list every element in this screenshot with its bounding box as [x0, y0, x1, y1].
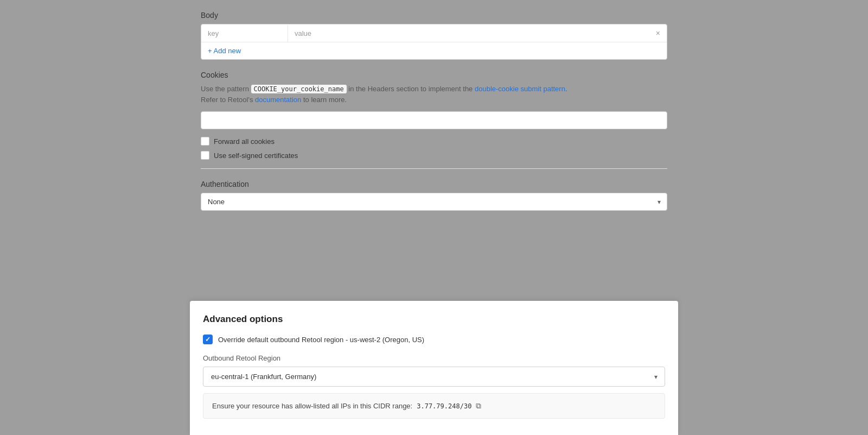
- body-section-label: Body: [201, 11, 667, 20]
- cookies-input[interactable]: [201, 111, 667, 129]
- copy-cidr-icon[interactable]: ⧉: [476, 401, 481, 411]
- region-select-wrapper: eu-central-1 (Frankfurt, Germany) us-wes…: [203, 367, 665, 387]
- region-select[interactable]: eu-central-1 (Frankfurt, Germany) us-wes…: [203, 367, 665, 387]
- forward-cookies-checkbox[interactable]: [201, 137, 209, 146]
- body-section: Body key value × + Add new: [201, 11, 667, 60]
- outbound-region-label: Outbound Retool Region: [203, 354, 665, 362]
- cookies-desc-prefix: Use the pattern: [201, 85, 251, 93]
- auth-select-wrapper: None Basic OAuth 2.0 API Key: [201, 193, 667, 211]
- auth-select[interactable]: None Basic OAuth 2.0 API Key: [201, 193, 667, 211]
- cookies-desc-line2-suffix: to learn more.: [301, 96, 347, 104]
- override-region-row: Override default outbound Retool region …: [203, 335, 665, 344]
- forward-cookies-row: Forward all cookies: [201, 137, 667, 146]
- body-row-close-icon[interactable]: ×: [649, 24, 667, 42]
- cidr-info-box: Ensure your resource has allow-listed al…: [203, 393, 665, 419]
- body-table-row: key value ×: [201, 24, 667, 42]
- documentation-link[interactable]: documentation: [255, 96, 301, 104]
- advanced-options-panel: Advanced options Override default outbou…: [190, 301, 678, 435]
- cookies-desc-middle: in the Headers section to implement the: [347, 85, 475, 93]
- cidr-text-prefix: Ensure your resource has allow-listed al…: [212, 402, 412, 410]
- cookies-desc-suffix: .: [565, 85, 567, 93]
- self-signed-row: Use self-signed certificates: [201, 151, 667, 160]
- self-signed-label: Use self-signed certificates: [214, 152, 298, 160]
- double-cookie-link[interactable]: double-cookie submit pattern: [475, 85, 565, 93]
- body-table: key value × + Add new: [201, 24, 667, 60]
- body-value-placeholder: value: [288, 25, 649, 42]
- forward-cookies-label: Forward all cookies: [214, 137, 275, 146]
- main-content: Body key value × + Add new Cookies Use t…: [190, 11, 678, 211]
- cidr-value: 3.77.79.248/30: [417, 402, 471, 410]
- body-key-placeholder: key: [201, 25, 288, 42]
- auth-section-label: Authentication: [201, 180, 667, 188]
- divider: [201, 168, 667, 169]
- advanced-options-title: Advanced options: [203, 314, 665, 325]
- override-region-checkbox[interactable]: [203, 335, 213, 344]
- override-region-label: Override default outbound Retool region …: [218, 336, 424, 344]
- self-signed-checkbox[interactable]: [201, 151, 209, 160]
- cookies-description: Use the pattern COOKIE_your_cookie_name …: [201, 84, 667, 105]
- authentication-section: Authentication None Basic OAuth 2.0 API …: [201, 180, 667, 211]
- cookies-section: Cookies Use the pattern COOKIE_your_cook…: [201, 71, 667, 160]
- cookies-desc-line2-prefix: Refer to Retool's: [201, 96, 255, 104]
- cookies-code-snippet: COOKIE_your_cookie_name: [251, 85, 347, 93]
- body-add-new-button[interactable]: + Add new: [201, 42, 667, 59]
- cookies-section-label: Cookies: [201, 71, 667, 79]
